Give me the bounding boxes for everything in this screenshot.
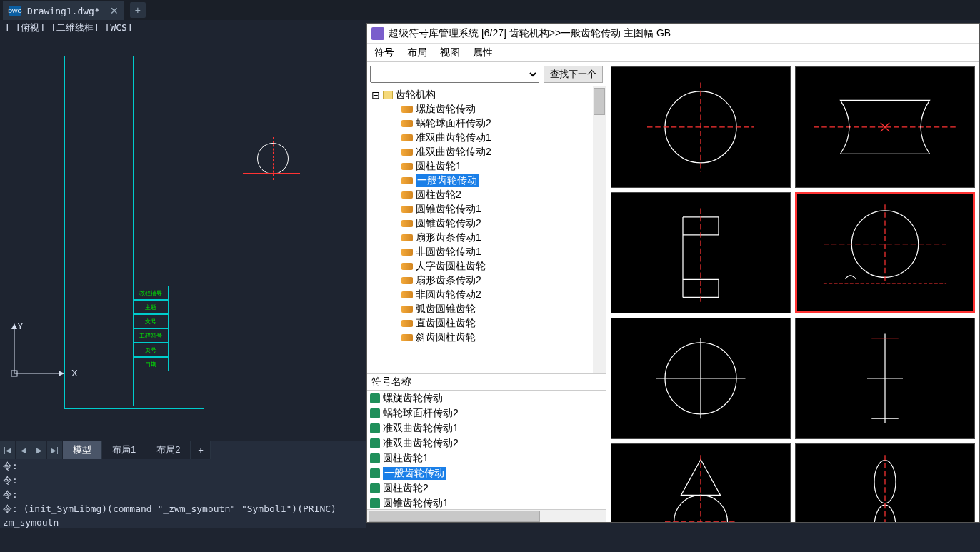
command-line-area[interactable]: 令: 令: 令: 令: (init_SymLibmg)(command "_zw… xyxy=(0,459,366,528)
layout-add-button[interactable]: + xyxy=(191,441,211,459)
namelist-item[interactable]: 圆柱齿轮2 xyxy=(367,481,606,496)
preview-cell-2[interactable] xyxy=(795,66,975,188)
namelist-label: 准双曲齿轮传动2 xyxy=(383,437,459,450)
tree-item-label: 准双曲齿轮传动1 xyxy=(416,131,491,144)
preview-cell-8[interactable] xyxy=(795,443,975,522)
namelist-label: 蜗轮球面杆传动2 xyxy=(383,407,459,420)
tree-item[interactable]: 扇形齿条传动1 xyxy=(367,231,606,245)
svg-marker-1 xyxy=(59,371,64,376)
namelist-icon xyxy=(370,408,380,418)
layout-tab-model[interactable]: 模型 xyxy=(63,441,102,459)
tree-item-icon xyxy=(401,191,413,199)
library-search-bar: 查找下一个 xyxy=(367,62,606,86)
tb-row: 工程符号 xyxy=(133,328,169,343)
tree-item[interactable]: 蜗轮球面杆传动2 xyxy=(367,116,606,131)
tree-item[interactable]: 斜齿圆柱齿轮 xyxy=(367,331,606,345)
tree-item-label: 准双曲齿轮传动2 xyxy=(416,146,491,159)
tree-item-icon xyxy=(401,334,413,341)
layout-nav-next[interactable]: ▶ xyxy=(31,441,47,459)
tree-root[interactable]: ⊟ 齿轮机构 xyxy=(367,88,606,102)
tree-item-icon xyxy=(401,249,413,256)
tree-item[interactable]: 准双曲齿轮传动2 xyxy=(367,145,606,159)
tree-scroll-thumb[interactable] xyxy=(594,88,605,115)
tree-item[interactable]: 圆锥齿轮传动2 xyxy=(367,216,606,231)
tree-item[interactable]: 一般齿轮传动 xyxy=(367,174,606,188)
preview-grid xyxy=(606,62,979,522)
tree-item[interactable]: 弧齿圆锥齿轮 xyxy=(367,302,606,316)
tb-row: 主题 xyxy=(133,300,169,314)
layout-nav-last[interactable]: ▶| xyxy=(47,441,63,459)
tree-item-icon xyxy=(401,134,413,141)
cad-viewport[interactable]: 教程辅导 主题 文号 工程符号 页号 日期 xyxy=(0,36,366,441)
menu-symbol[interactable]: 符号 xyxy=(374,46,394,59)
menu-properties[interactable]: 属性 xyxy=(473,46,493,59)
search-input[interactable] xyxy=(370,66,539,83)
namelist-icon xyxy=(370,423,380,433)
preview-cell-1[interactable] xyxy=(611,66,791,188)
tree-item-icon xyxy=(401,120,413,127)
layout-tab-1[interactable]: 布局1 xyxy=(102,441,146,459)
tree-item[interactable]: 人字齿圆柱齿轮 xyxy=(367,259,606,274)
ucs-x-label: X xyxy=(71,368,78,378)
tb-row: 教程辅导 xyxy=(133,286,169,300)
file-name: Drawing1.dwg* xyxy=(27,6,100,16)
namelist-item[interactable]: 圆锥齿轮传动1 xyxy=(367,496,606,509)
tree-item[interactable]: 圆柱齿轮1 xyxy=(367,159,606,174)
find-next-button[interactable]: 查找下一个 xyxy=(544,66,603,83)
layout-nav-prev[interactable]: ◀ xyxy=(16,441,31,459)
new-tab-button[interactable]: + xyxy=(130,2,146,18)
preview-cell-7[interactable] xyxy=(611,443,791,522)
namelist-icon xyxy=(370,483,380,493)
ucs-icon[interactable]: X Y xyxy=(7,323,79,398)
tree-scrollbar[interactable] xyxy=(593,86,606,373)
tree-item-label: 螺旋齿轮传动 xyxy=(416,103,476,116)
tree-item[interactable]: 圆锥齿轮传动1 xyxy=(367,202,606,216)
tree-item-icon xyxy=(401,163,413,170)
tree-item[interactable]: 非圆齿轮传动1 xyxy=(367,245,606,259)
namelist-hscroll-thumb[interactable] xyxy=(369,511,540,522)
tree-item-label: 蜗轮球面杆传动2 xyxy=(416,117,491,130)
namelist-item[interactable]: 一般齿轮传动 xyxy=(367,466,606,481)
tree-item[interactable]: 螺旋齿轮传动 xyxy=(367,102,606,116)
namelist-item[interactable]: 蜗轮球面杆传动2 xyxy=(367,406,606,421)
preview-cell-6[interactable] xyxy=(795,318,975,439)
preview-cell-3[interactable] xyxy=(611,192,791,313)
layout-nav-first[interactable]: |◀ xyxy=(0,441,16,459)
ucs-y-label: Y xyxy=(17,321,24,331)
namelist-hscroll[interactable] xyxy=(367,509,606,522)
tree-item[interactable]: 非圆齿轮传动2 xyxy=(367,288,606,302)
file-tab[interactable]: DWG Drawing1.dwg* ✕ xyxy=(3,1,124,20)
tree-item-label: 一般齿轮传动 xyxy=(416,174,479,187)
namelist-label: 圆锥齿轮传动1 xyxy=(383,497,449,510)
tree-item[interactable]: 准双曲齿轮传动1 xyxy=(367,131,606,145)
tree-item[interactable]: 扇形齿条传动2 xyxy=(367,274,606,288)
tree-collapse-icon[interactable]: ⊟ xyxy=(371,89,380,101)
dialog-titlebar[interactable]: 超级符号库管理系统 [6/27] 齿轮机构>>一般齿轮传动 主图幅 GB xyxy=(367,24,979,44)
namelist-item[interactable]: 螺旋齿轮传动 xyxy=(367,391,606,406)
library-right-panel: 出库界面最小化 上一页 下一页 比例1: xyxy=(606,62,979,522)
tree-item-label: 圆锥齿轮传动1 xyxy=(416,203,481,216)
tree-root-label: 齿轮机构 xyxy=(396,89,436,101)
tree-item-icon xyxy=(401,263,413,270)
tree-item-label: 非圆齿轮传动2 xyxy=(416,288,481,301)
namelist-item[interactable]: 准双曲齿轮传动1 xyxy=(367,421,606,436)
preview-cell-4-selected[interactable] xyxy=(795,192,975,313)
tree-item-icon xyxy=(401,277,413,284)
namelist[interactable]: 螺旋齿轮传动蜗轮球面杆传动2准双曲齿轮传动1准双曲齿轮传动2圆柱齿轮1一般齿轮传… xyxy=(367,391,606,509)
close-tab-icon[interactable]: ✕ xyxy=(110,5,119,16)
namelist-item[interactable]: 圆柱齿轮1 xyxy=(367,451,606,466)
command-line: 令: xyxy=(0,459,366,473)
namelist-label: 一般齿轮传动 xyxy=(383,467,446,480)
tree-item[interactable]: 圆柱齿轮2 xyxy=(367,188,606,202)
tree-item-icon xyxy=(401,320,413,327)
menu-view[interactable]: 视图 xyxy=(440,46,460,59)
command-line: 令: xyxy=(0,488,366,502)
layout-tab-2[interactable]: 布局2 xyxy=(146,441,191,459)
tb-row: 文号 xyxy=(133,314,169,328)
tree-item[interactable]: 直齿圆柱齿轮 xyxy=(367,316,606,331)
library-tree[interactable]: ⊟ 齿轮机构 螺旋齿轮传动蜗轮球面杆传动2准双曲齿轮传动1准双曲齿轮传动2圆柱齿… xyxy=(367,86,606,373)
preview-cell-5[interactable] xyxy=(611,318,791,439)
viewmode-bar[interactable]: ] [俯视] [二维线框] [WCS] xyxy=(0,20,366,36)
namelist-item[interactable]: 准双曲齿轮传动2 xyxy=(367,436,606,451)
menu-layout[interactable]: 布局 xyxy=(407,46,427,59)
